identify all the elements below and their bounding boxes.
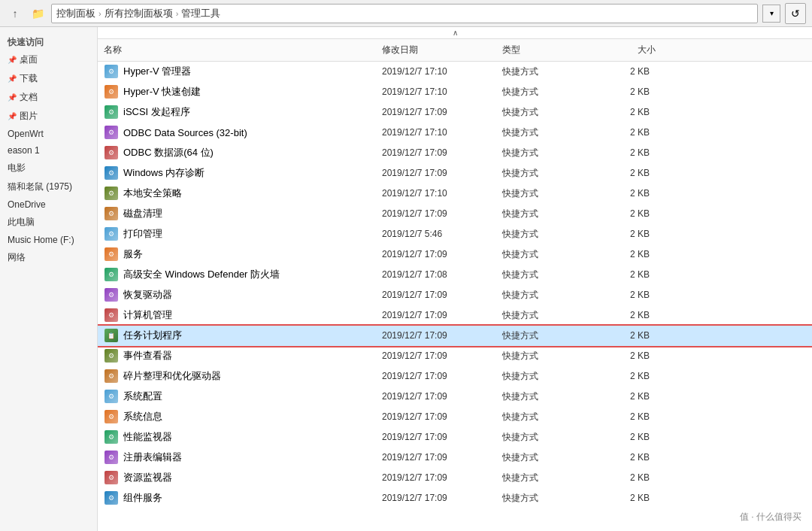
pin-icon: 📌	[8, 74, 17, 83]
file-name-cell: ⚙Windows 内存诊断	[98, 165, 376, 181]
file-name-cell: ⚙事件查看器	[98, 348, 376, 363]
table-row[interactable]: ⚙本地安全策略2019/12/7 17:10快捷方式2 KB	[98, 184, 812, 204]
table-row[interactable]: ⚙磁盘清理2019/12/7 17:09快捷方式2 KB	[98, 204, 812, 224]
up-button[interactable]: ↑	[6, 5, 24, 23]
file-size-cell: 2 KB	[601, 127, 662, 138]
table-row[interactable]: ⚙ODBC 数据源(64 位)2019/12/7 17:09快捷方式2 KB	[98, 143, 812, 163]
file-date-cell: 2019/12/7 17:09	[376, 432, 496, 442]
sidebar-item[interactable]: 📌文档	[0, 88, 97, 107]
file-type-cell: 快捷方式	[496, 472, 601, 484]
pin-icon: 📌	[8, 56, 17, 64]
file-date-cell: 2019/12/7 17:09	[376, 147, 496, 158]
file-date-cell: 2019/12/7 17:10	[376, 66, 496, 77]
sidebar-item[interactable]: OpenWrt	[0, 126, 97, 142]
file-size-cell: 2 KB	[601, 350, 662, 361]
path-segment-2[interactable]: 管理工具	[181, 7, 220, 20]
col-header-date[interactable]: 修改日期	[376, 42, 496, 58]
table-row[interactable]: ⚙Windows 内存诊断2019/12/7 17:09快捷方式2 KB	[98, 163, 812, 184]
file-name-cell: ⚙Hyper-V 管理器	[98, 64, 376, 79]
file-name-cell: ⚙Hyper-V 快速创建	[98, 84, 376, 99]
address-path[interactable]: 控制面板 › 所有控制面板项 › 管理工具	[51, 4, 758, 23]
table-row[interactable]: ⚙资源监视器2019/12/7 17:09快捷方式2 KB	[98, 468, 812, 488]
col-header-size[interactable]: 大小	[601, 42, 662, 58]
sidebar-item[interactable]: 猫和老鼠 (1975)	[0, 178, 97, 196]
file-name: Hyper-V 快速创建	[123, 85, 201, 99]
sidebar-item[interactable]: eason 1	[0, 142, 97, 159]
table-row[interactable]: ⚙服务2019/12/7 17:09快捷方式2 KB	[98, 244, 812, 265]
file-date-cell: 2019/12/7 17:09	[376, 391, 496, 402]
sidebar-item-label: OpenWrt	[8, 129, 44, 139]
file-icon: ⚙	[104, 308, 119, 323]
file-icon: ⚙	[104, 389, 119, 404]
file-size-cell: 2 KB	[601, 147, 662, 158]
table-row[interactable]: ⚙碎片整理和优化驱动器2019/12/7 17:09快捷方式2 KB	[98, 366, 812, 387]
table-row[interactable]: ⚙事件查看器2019/12/7 17:09快捷方式2 KB	[98, 346, 812, 366]
col-header-name[interactable]: 名称	[98, 42, 376, 58]
dropdown-button[interactable]: ▾	[762, 5, 780, 23]
file-type-cell: 快捷方式	[496, 492, 601, 505]
file-date-cell: 2019/12/7 17:09	[376, 249, 496, 259]
table-row[interactable]: ⚙系统信息2019/12/7 17:09快捷方式2 KB	[98, 407, 812, 427]
sidebar-item-label: 猫和老鼠 (1975)	[8, 181, 72, 193]
file-icon: ⚙	[104, 145, 119, 160]
path-segment-0[interactable]: 控制面板	[56, 7, 95, 20]
sidebar-item-label: 文档	[20, 91, 38, 104]
file-name-cell: ⚙性能监视器	[98, 429, 376, 445]
table-row[interactable]: ⚙高级安全 Windows Defender 防火墙2019/12/7 17:0…	[98, 265, 812, 285]
table-row[interactable]: ⚙Hyper-V 管理器2019/12/7 17:10快捷方式2 KB	[98, 62, 812, 82]
refresh-button[interactable]: ↺	[785, 3, 806, 24]
file-date-cell: 2019/12/7 17:09	[376, 208, 496, 219]
file-icon: ⚙	[104, 64, 119, 79]
file-name: 磁盘清理	[123, 207, 162, 220]
file-type-cell: 快捷方式	[496, 269, 601, 281]
table-row[interactable]: ⚙性能监视器2019/12/7 17:09快捷方式2 KB	[98, 427, 812, 448]
sidebar-item-label: 此电脑	[8, 216, 35, 229]
sidebar-item[interactable]: 📌图片	[0, 107, 97, 126]
table-row[interactable]: ⚙打印管理2019/12/7 5:46快捷方式2 KB	[98, 224, 812, 244]
sidebar-item[interactable]: 此电脑	[0, 213, 97, 232]
file-icon: ⚙	[104, 429, 119, 445]
file-size-cell: 2 KB	[601, 229, 662, 239]
table-row[interactable]: 📋任务计划程序2019/12/7 17:09快捷方式2 KB	[98, 326, 812, 346]
file-name: 资源监视器	[123, 471, 172, 484]
sidebar-item[interactable]: 📌下载	[0, 69, 97, 88]
file-name-cell: ⚙计算机管理	[98, 308, 376, 323]
table-row[interactable]: ⚙iSCSI 发起程序2019/12/7 17:09快捷方式2 KB	[98, 102, 812, 123]
table-row[interactable]: ⚙系统配置2019/12/7 17:09快捷方式2 KB	[98, 387, 812, 407]
file-date-cell: 2019/12/7 17:09	[376, 371, 496, 381]
path-segment-1[interactable]: 所有控制面板项	[105, 7, 173, 20]
file-name: 打印管理	[123, 227, 162, 241]
sidebar-item[interactable]: Music Home (F:)	[0, 232, 97, 248]
file-type-cell: 快捷方式	[496, 431, 601, 444]
file-date-cell: 2019/12/7 17:09	[376, 411, 496, 422]
sidebar-item-label: eason 1	[8, 145, 40, 156]
file-name: 系统信息	[123, 410, 162, 423]
file-name-cell: ⚙打印管理	[98, 226, 376, 241]
table-row[interactable]: ⚙计算机管理2019/12/7 17:09快捷方式2 KB	[98, 305, 812, 326]
file-size-cell: 2 KB	[601, 493, 662, 503]
sidebar-item[interactable]: 网络	[0, 248, 97, 267]
table-row[interactable]: ⚙注册表编辑器2019/12/7 17:09快捷方式2 KB	[98, 448, 812, 468]
file-size-cell: 2 KB	[601, 66, 662, 77]
file-type-cell: 快捷方式	[496, 390, 601, 403]
file-size-cell: 2 KB	[601, 472, 662, 483]
sidebar-item[interactable]: OneDrive	[0, 196, 97, 213]
file-list: ⚙Hyper-V 管理器2019/12/7 17:10快捷方式2 KB⚙Hype…	[98, 62, 812, 531]
sidebar-item[interactable]: 电影	[0, 159, 97, 178]
file-type-cell: 快捷方式	[496, 309, 601, 322]
sidebar-item[interactable]: 📌桌面	[0, 50, 97, 69]
address-bar: ↑ 📁 控制面板 › 所有控制面板项 › 管理工具 ▾ ↺	[0, 0, 812, 27]
file-name: Hyper-V 管理器	[123, 65, 191, 78]
file-name: 恢复驱动器	[123, 288, 172, 302]
col-header-type[interactable]: 类型	[496, 42, 601, 58]
main-area: 快速访问 📌桌面📌下载📌文档📌图片OpenWrteason 1电影猫和老鼠 (1…	[0, 27, 812, 531]
table-row[interactable]: ⚙Hyper-V 快速创建2019/12/7 17:10快捷方式2 KB	[98, 82, 812, 102]
table-row[interactable]: ⚙ODBC Data Sources (32-bit)2019/12/7 17:…	[98, 123, 812, 143]
table-row[interactable]: ⚙恢复驱动器2019/12/7 17:09快捷方式2 KB	[98, 285, 812, 305]
sidebar-item-label: OneDrive	[8, 199, 46, 210]
file-icon: ⚙	[104, 348, 119, 363]
file-size-cell: 2 KB	[601, 310, 662, 320]
table-row[interactable]: ⚙组件服务2019/12/7 17:09快捷方式2 KB	[98, 488, 812, 508]
file-date-cell: 2019/12/7 17:10	[376, 188, 496, 199]
file-type-cell: 快捷方式	[496, 329, 601, 342]
